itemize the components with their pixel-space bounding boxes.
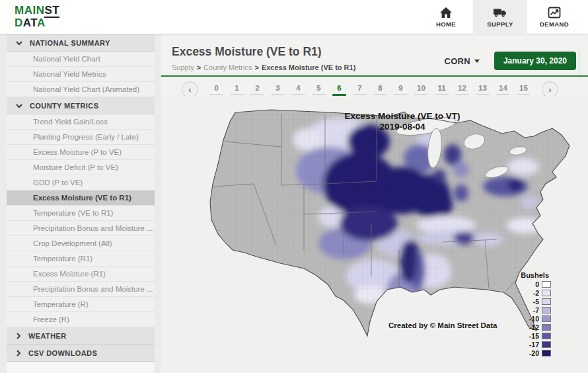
page-underline bbox=[312, 94, 326, 95]
chevron-down-icon bbox=[16, 103, 22, 108]
truck-icon bbox=[493, 7, 507, 19]
sidebar-item[interactable]: National Yield Metrics bbox=[7, 67, 155, 82]
sidebar-item[interactable]: National Yield Chart bbox=[7, 52, 155, 67]
sidebar-section-csv-downloads[interactable]: CSV DOWNLOADS bbox=[7, 345, 155, 362]
breadcrumb: Supply>County Metrics>Excess Moisture (V… bbox=[172, 63, 355, 71]
vertical-divider bbox=[579, 50, 580, 75]
page-underline bbox=[209, 94, 223, 95]
nav-home-label: HOME bbox=[436, 21, 456, 28]
section-label: COUNTY METRICS bbox=[30, 102, 98, 110]
sidebar-item[interactable]: GDD (P to VE) bbox=[7, 175, 155, 190]
page-underline bbox=[476, 94, 490, 95]
pagination-page-button[interactable]: 2 bbox=[250, 84, 264, 96]
map-title: Excess Moisture (VE to VT) 2019-08-04 bbox=[161, 111, 588, 132]
pagination-page-button[interactable]: 10 bbox=[414, 84, 428, 96]
page-underline bbox=[496, 94, 510, 95]
pagination-prev-button[interactable]: ‹ bbox=[182, 81, 198, 98]
legend-row: -10 bbox=[521, 315, 551, 323]
pagination-page-button[interactable]: 0 bbox=[209, 84, 223, 96]
page-underline bbox=[250, 94, 264, 95]
sidebar-section-national-summary[interactable]: NATIONAL SUMMARY bbox=[7, 34, 155, 52]
sidebar-item[interactable]: Precipitation Bonus and Moisture ... bbox=[7, 282, 155, 297]
breadcrumb-supply[interactable]: Supply bbox=[172, 63, 194, 71]
pagination-page-button[interactable]: 13 bbox=[476, 84, 490, 96]
sidebar-item[interactable]: Temperature (VE to R1) bbox=[7, 206, 155, 221]
sidebar-item[interactable]: Trend Yield Gain/Loss bbox=[7, 114, 155, 130]
page-underline bbox=[435, 94, 449, 95]
pagination-page-button[interactable]: 7 bbox=[353, 84, 367, 96]
breadcrumb-current: Excess Moisture (VE to R1) bbox=[262, 63, 355, 71]
commodity-dropdown[interactable]: CORN bbox=[444, 56, 479, 66]
commodity-label: CORN bbox=[444, 56, 470, 66]
breadcrumb-county-metrics[interactable]: County Metrics bbox=[203, 63, 252, 71]
sidebar-section-county-metrics[interactable]: COUNTY METRICS bbox=[7, 97, 155, 114]
legend-entries: 0 -2 -5 -7 bbox=[521, 280, 551, 357]
sidebar-item[interactable]: Excess Moisture (VE to R1) bbox=[7, 190, 155, 206]
legend-swatch bbox=[542, 333, 551, 339]
date-button[interactable]: January 30, 2020 bbox=[494, 52, 576, 70]
legend-row: -2 bbox=[521, 289, 551, 297]
map-area: Excess Moisture (VE to VT) 2019-08-04 Bu… bbox=[161, 97, 588, 373]
pagination-page-button[interactable]: 15 bbox=[517, 84, 531, 96]
legend-swatch bbox=[542, 341, 551, 348]
breadcrumb-separator: > bbox=[197, 63, 201, 71]
caret-down-icon bbox=[474, 60, 480, 63]
sidebar-item[interactable]: Planting Progress (Early / Late) bbox=[7, 130, 155, 145]
legend-row: 0 bbox=[521, 280, 551, 288]
main-nav: HOME SUPPLY DEMAND bbox=[419, 0, 581, 34]
nav-home[interactable]: HOME bbox=[419, 0, 473, 34]
legend-row: -17 bbox=[521, 341, 551, 349]
pagination-page-button[interactable]: 3 bbox=[271, 84, 285, 96]
pagination-page-button[interactable]: 1 bbox=[230, 84, 244, 96]
sidebar-item[interactable]: Precipitation Bonus and Moisture ... bbox=[7, 221, 155, 236]
sidebar-item[interactable]: Excess Moisture (P to VE) bbox=[7, 145, 155, 160]
page-underline bbox=[271, 94, 285, 95]
pagination-next-button[interactable]: › bbox=[542, 81, 558, 98]
green-divider bbox=[161, 75, 588, 77]
page-underline bbox=[291, 94, 305, 95]
chevron-right-icon bbox=[16, 333, 21, 339]
pagination-page-button[interactable]: 11 bbox=[435, 84, 449, 96]
page-underline bbox=[230, 94, 244, 95]
page-head: Excess Moisture (VE to R1) Supply>County… bbox=[172, 45, 355, 71]
nav-demand[interactable]: DEMAND bbox=[527, 0, 581, 34]
legend-row: -5 bbox=[521, 298, 551, 306]
page-underline bbox=[373, 94, 387, 95]
breadcrumb-separator: > bbox=[254, 63, 258, 71]
nav-supply[interactable]: SUPPLY bbox=[473, 0, 527, 34]
top-header: MAINST DATA HOME SUPPLY bbox=[0, 0, 588, 34]
map-title-line1: Excess Moisture (VE to VT) bbox=[217, 111, 588, 122]
map-county-grid bbox=[172, 103, 576, 340]
legend-row: -15 bbox=[521, 332, 551, 340]
sidebar-item[interactable]: Temperature (R) bbox=[7, 297, 155, 312]
sidebar-item[interactable]: Moisture Deficit (P to VE) bbox=[7, 160, 155, 175]
us-choropleth-map bbox=[172, 103, 576, 340]
sidebar-item[interactable]: National Yield Chart (Animated) bbox=[7, 82, 155, 97]
pagination-page-button[interactable]: 6 bbox=[332, 84, 346, 96]
sidebar-item[interactable]: Temperature (R1) bbox=[7, 251, 155, 267]
pagination-page-button[interactable]: 12 bbox=[455, 84, 469, 96]
sidebar-item[interactable]: Crop Development (All) bbox=[7, 236, 155, 251]
pagination: ‹ 0 1 2 3 bbox=[161, 81, 579, 98]
nav-demand-label: DEMAND bbox=[540, 21, 569, 28]
pagination-page-button[interactable]: 4 bbox=[291, 84, 305, 96]
national-summary-items: National Yield Chart National Yield Metr… bbox=[7, 52, 155, 97]
map-attribution: Created by © Main Street Data bbox=[388, 321, 497, 329]
sidebar-section-weather[interactable]: WEATHER bbox=[7, 327, 155, 345]
pagination-page-button[interactable]: 8 bbox=[373, 84, 387, 96]
legend-swatch bbox=[542, 281, 551, 288]
sidebar-item[interactable]: Excess Moisture (R1) bbox=[7, 267, 155, 282]
brand-line1: MAINST bbox=[15, 4, 59, 17]
legend-swatch bbox=[542, 290, 551, 296]
page-underline bbox=[414, 94, 428, 95]
chevron-down-icon bbox=[16, 40, 22, 46]
brand-logo[interactable]: MAINST DATA bbox=[15, 4, 59, 29]
pagination-page-button[interactable]: 14 bbox=[496, 84, 510, 96]
sidebar-item[interactable]: Freeze (R) bbox=[7, 312, 155, 327]
county-metrics-items: Trend Yield Gain/Loss Planting Progress … bbox=[7, 114, 155, 327]
section-label: WEATHER bbox=[28, 332, 67, 340]
pagination-page-button[interactable]: 9 bbox=[394, 84, 408, 96]
legend-row: -20 bbox=[521, 349, 551, 357]
pagination-page-button[interactable]: 5 bbox=[312, 84, 326, 96]
brand-line2: DATA bbox=[15, 17, 59, 29]
